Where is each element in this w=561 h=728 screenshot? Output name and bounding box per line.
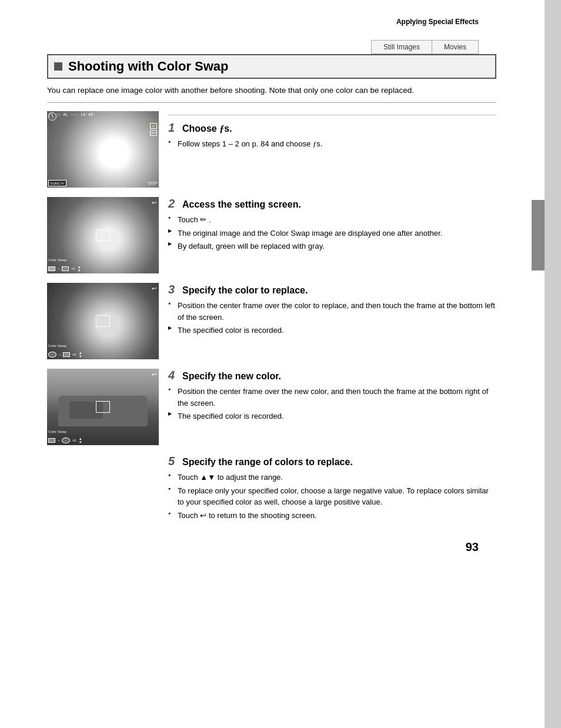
cam1-func: FUNC ✏ (48, 180, 66, 186)
step-5-bullets: Touch ▲▼ to adjust the range. To replace… (168, 472, 496, 521)
cam3-updown: ▲ ▼ (79, 351, 82, 358)
cam2-center-frame (96, 229, 110, 241)
section-title: Shooting with Color Swap (68, 59, 229, 74)
cam4-updown: ▲ ▼ (79, 437, 82, 444)
step-4-title-row: 4 Specify the new color. (168, 369, 496, 382)
step-4-image: ↩ Color Swap → ○ ±0 ▲ ▼ (47, 369, 159, 445)
step-2-title: Access the setting screen. (182, 199, 301, 210)
cam3-center-frame (96, 315, 110, 327)
cam2-arrow: → (56, 267, 61, 271)
cam2-color2 (62, 266, 69, 271)
cam2-label: Color Swap (48, 258, 66, 262)
cam1-mode-icon: ⊙ (48, 112, 56, 121)
section-title-box: Shooting with Color Swap (47, 54, 496, 79)
step-5-bullet-1: Touch ▲▼ to adjust the range. (168, 472, 496, 483)
cam4-bottom-controls: → ○ ±0 ▲ ▼ (48, 437, 158, 444)
step-1-title: Choose ƒs. (182, 123, 232, 134)
cam2-back-arrow: ↩ (152, 199, 156, 206)
step-3-title-row: 3 Specify the color to replace. (168, 283, 496, 296)
step-2-bullet-3: By default, green will be replaced with … (168, 241, 496, 252)
cam1-disp: DISP (148, 181, 158, 185)
tab-still-images[interactable]: Still Images (371, 40, 432, 54)
step-4-title: Specify the new color. (182, 371, 281, 382)
cam3-color2 (63, 352, 70, 357)
step-2-bullet-1: Touch ✏ . (168, 214, 496, 226)
cam4-back-arrow: ↩ (152, 371, 156, 378)
step-2-bullet-2: The original image and the Color Swap im… (168, 228, 496, 239)
step-5-title-row: 5 Specify the range of colors to replace… (168, 455, 496, 468)
step-4-bullets: Position the center frame over the new c… (168, 386, 496, 422)
cam3-label: Color Swap (48, 344, 66, 348)
step-2-image: ↩ Color Swap → ±0 ▲ ▼ (47, 197, 159, 273)
step-2-title-row: 2 Access the setting screen. (168, 197, 496, 211)
cam3-down: ▼ (79, 355, 82, 358)
step-4-num: 4 (168, 369, 179, 382)
right-sidebar-bar (545, 0, 561, 728)
step-3-bullet-1: Position the center frame over the color… (168, 300, 496, 323)
step-4-bullet-2: The specified color is recorded. (168, 410, 496, 422)
cam3-circle-btn: ○ (48, 352, 56, 358)
step-4-bullet-1: Position the center frame over the new c… (168, 386, 496, 409)
step-3-content: 3 Specify the color to replace. Position… (168, 283, 496, 338)
page-header: Applying Special Effects (47, 18, 479, 29)
cam2-color1 (48, 266, 55, 271)
cam2-bottom-controls: → ±0 ▲ ▼ (48, 265, 158, 272)
cam4-center-frame (96, 401, 110, 413)
cam4-circle-btn: ○ (62, 438, 70, 443)
step-1-bullets: Follow steps 1 – 2 on p. 84 and choose ƒ… (168, 138, 496, 150)
mid-page-gray-bar (532, 200, 545, 271)
tab-bar: Still Images Movies (47, 40, 479, 54)
step-3-image: ↩ Color Swap ○ → ±0 ▲ ▼ (47, 283, 159, 359)
step-3-num: 3 (168, 283, 179, 296)
cam1-icon1: ⚡ (150, 123, 157, 129)
cam4-down: ▼ (79, 440, 82, 444)
step-3-bullets: Position the center frame over the color… (168, 300, 496, 336)
cam1-top-bar: ƒs ⬚⬚ AL ☆☆☆ 14'48" (48, 112, 158, 117)
step-1-num: 1 (168, 121, 179, 135)
cam2-plusminus: ±0 (71, 267, 75, 271)
step-4-content: 4 Specify the new color. Position the ce… (168, 369, 496, 424)
step-1-row: ƒs ⬚⬚ AL ☆☆☆ 14'48" ⊙ ⚡ OFF FUNC ✏ DISP (47, 111, 496, 188)
step-1-title-row: 1 Choose ƒs. (168, 121, 496, 135)
cam4-label: Color Swap (48, 430, 66, 433)
step-5-row: 5 Specify the range of colors to replace… (47, 455, 496, 523)
cam1-bottom-bar: FUNC ✏ DISP (48, 180, 158, 186)
cam4-color1 (48, 438, 55, 443)
cam4-arrow: → (56, 439, 61, 443)
cam3-arrow: → (58, 353, 62, 357)
steps-area: ƒs ⬚⬚ AL ☆☆☆ 14'48" ⊙ ⚡ OFF FUNC ✏ DISP (47, 111, 496, 529)
step-5-num: 5 (168, 455, 179, 468)
cam2-down: ▼ (78, 269, 81, 272)
step-5-title: Specify the range of colors to replace. (182, 457, 353, 467)
step-3-bullet-2: The specified color is recorded. (168, 325, 496, 336)
cam1-icon2: OFF (150, 130, 157, 136)
step-3-row: ↩ Color Swap ○ → ±0 ▲ ▼ (47, 283, 496, 359)
cam2-updown: ▲ ▼ (78, 265, 81, 272)
step-5-content: 5 Specify the range of colors to replace… (168, 455, 496, 523)
cam3-plusminus: ±0 (72, 353, 76, 356)
page-number: 93 (47, 540, 479, 554)
step-3-title: Specify the color to replace. (182, 285, 308, 296)
step-1-bullet-1: Follow steps 1 – 2 on p. 84 and choose ƒ… (168, 138, 496, 150)
section-icon (54, 62, 62, 71)
step-4-row: ↩ Color Swap → ○ ±0 ▲ ▼ (47, 369, 496, 445)
step-2-row: ↩ Color Swap → ±0 ▲ ▼ (47, 197, 496, 273)
section-header-title: Applying Special Effects (396, 18, 479, 26)
cam3-bottom-controls: ○ → ±0 ▲ ▼ (48, 351, 158, 358)
step-2-content: 2 Access the setting screen. Touch ✏ . T… (168, 197, 496, 254)
step-5-bullet-2: To replace only your specified color, ch… (168, 485, 496, 508)
section-description: You can replace one image color with ano… (47, 85, 496, 103)
step-1-icon-s: ƒ (219, 123, 224, 133)
tab-movies[interactable]: Movies (432, 40, 479, 54)
step-1-content: 1 Choose ƒs. Follow steps 1 – 2 on p. 84… (168, 111, 496, 152)
step-2-bullets: Touch ✏ . The original image and the Col… (168, 214, 496, 252)
step-5-bullet-3: Touch ↩ to return to the shooting screen… (168, 510, 496, 522)
step-2-num: 2 (168, 197, 179, 211)
cam3-back-arrow: ↩ (152, 285, 156, 292)
step-1-image: ƒs ⬚⬚ AL ☆☆☆ 14'48" ⊙ ⚡ OFF FUNC ✏ DISP (47, 111, 159, 188)
cam4-plusminus: ±0 (72, 439, 76, 442)
